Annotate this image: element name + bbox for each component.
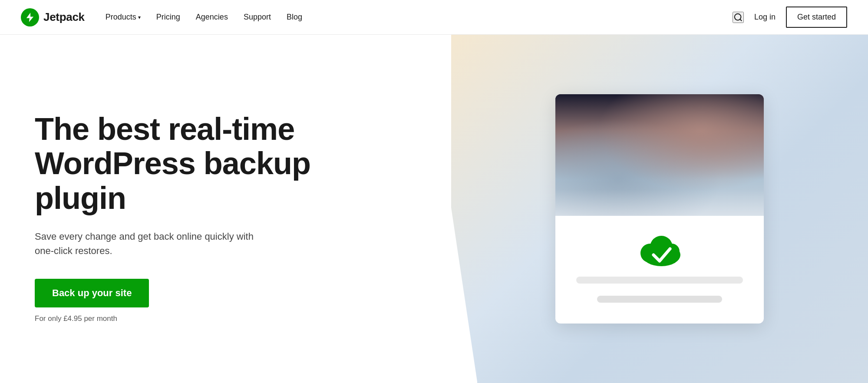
- header-actions: Log in Get started: [733, 7, 847, 28]
- search-icon: [733, 13, 743, 22]
- nav-item-blog[interactable]: Blog: [287, 13, 302, 22]
- hero-left: The best real-time WordPress backup plug…: [0, 35, 451, 383]
- search-button[interactable]: [733, 12, 744, 23]
- card-body: [555, 216, 764, 324]
- logo[interactable]: Jetpack: [21, 8, 85, 26]
- hero-right: [451, 35, 868, 383]
- backup-card-mockup: [555, 94, 764, 324]
- hero-subtitle: Save every change and get back online qu…: [35, 229, 269, 258]
- backup-cta-button[interactable]: Back up your site: [35, 279, 149, 307]
- jetpack-logo-icon: [21, 8, 39, 26]
- logo-text: Jetpack: [43, 10, 85, 24]
- products-chevron-icon: ▾: [138, 14, 141, 20]
- pricing-note: For only £4.95 per month: [35, 314, 451, 323]
- svg-line-1: [740, 19, 742, 21]
- main-nav: Products ▾ Pricing Agencies Support Blog: [106, 13, 733, 22]
- hero-section: The best real-time WordPress backup plug…: [0, 35, 868, 383]
- bolt-icon: [24, 12, 36, 23]
- card-progress-bar-2: [597, 296, 722, 303]
- hero-title: The best real-time WordPress backup plug…: [35, 112, 373, 215]
- nav-item-agencies[interactable]: Agencies: [196, 13, 228, 22]
- nav-item-support[interactable]: Support: [244, 13, 271, 22]
- header: Jetpack Products ▾ Pricing Agencies Supp…: [0, 0, 868, 35]
- cloud-success-icon: [640, 233, 682, 268]
- card-image: [555, 94, 764, 216]
- card-progress-bar-1: [576, 277, 743, 284]
- cloud-check-container: [640, 233, 679, 264]
- svg-point-0: [735, 13, 741, 20]
- nav-item-pricing[interactable]: Pricing: [156, 13, 180, 22]
- get-started-button[interactable]: Get started: [786, 7, 847, 28]
- nav-item-products[interactable]: Products ▾: [106, 13, 141, 22]
- login-link[interactable]: Log in: [754, 13, 776, 22]
